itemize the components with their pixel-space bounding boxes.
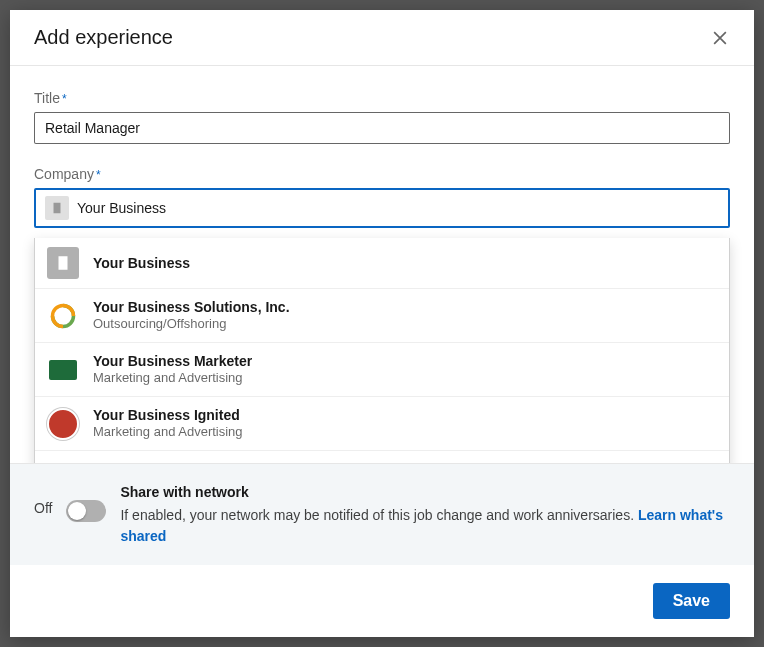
company-logo-icon xyxy=(47,460,79,463)
modal-header: Add experience xyxy=(10,10,754,66)
company-option-2[interactable]: Your Business MarketerMarketing and Adve… xyxy=(35,343,729,397)
modal-body: Title* Company* Your Business Your Busin… xyxy=(10,66,754,463)
company-option-subtitle: Outsourcing/Offshoring xyxy=(93,316,290,333)
company-logo-icon xyxy=(47,300,79,332)
company-logo-icon xyxy=(47,354,79,386)
modal-title: Add experience xyxy=(34,26,173,49)
company-option-subtitle: Marketing and Advertising xyxy=(93,370,252,387)
close-button[interactable] xyxy=(710,28,730,48)
close-icon xyxy=(710,28,730,48)
add-experience-modal: Add experience Title* Company* Your Busi… xyxy=(10,10,754,637)
company-input[interactable]: Your Business xyxy=(34,188,730,228)
company-field: Company* Your Business xyxy=(34,166,730,228)
share-off-label: Off xyxy=(34,482,52,516)
required-asterisk: * xyxy=(62,92,67,106)
title-input[interactable] xyxy=(34,112,730,144)
share-with-network-panel: Off Share with network If enabled, your … xyxy=(10,463,754,565)
toggle-knob xyxy=(68,502,86,520)
company-option-name: Your Business Marketer xyxy=(93,352,252,370)
company-logo-icon xyxy=(47,247,79,279)
company-dropdown: Your BusinessYour Business Solutions, In… xyxy=(34,238,730,463)
company-option-name: Your Business Ignited xyxy=(93,406,243,424)
company-label: Company* xyxy=(34,166,730,182)
company-option-name: Your Business Solutions, Inc. xyxy=(93,298,290,316)
company-option-subtitle: Marketing and Advertising xyxy=(93,424,243,441)
company-option-1[interactable]: Your Business Solutions, Inc.Outsourcing… xyxy=(35,289,729,343)
company-option-name: Your Business xyxy=(93,254,190,272)
title-label: Title* xyxy=(34,90,730,106)
required-asterisk: * xyxy=(96,168,101,182)
company-option-0[interactable]: Your Business xyxy=(35,238,729,289)
title-field: Title* xyxy=(34,90,730,144)
share-title: Share with network xyxy=(120,482,730,503)
save-button[interactable]: Save xyxy=(653,583,730,619)
company-logo-icon xyxy=(47,408,79,440)
company-option-4[interactable]: Your Business Solutions xyxy=(35,451,729,463)
company-input-value: Your Business xyxy=(77,200,166,216)
modal-footer: Save xyxy=(10,565,754,637)
company-option-3[interactable]: Your Business IgnitedMarketing and Adver… xyxy=(35,397,729,451)
company-ghost-icon xyxy=(45,196,69,220)
share-text: Share with network If enabled, your netw… xyxy=(120,482,730,547)
share-body: If enabled, your network may be notified… xyxy=(120,505,730,547)
share-toggle[interactable] xyxy=(66,500,106,522)
